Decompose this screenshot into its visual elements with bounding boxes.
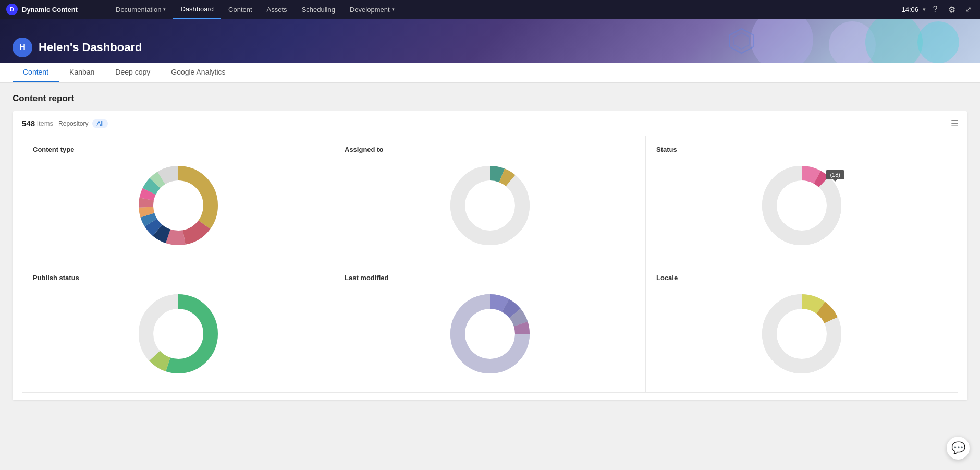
nav-item-dashboard[interactable]: Dashboard bbox=[173, 0, 221, 19]
time-chevron-icon: ▾ bbox=[923, 6, 926, 13]
nav-item-development[interactable]: Development ▾ bbox=[342, 0, 402, 19]
page-title: Helen's Dashboard bbox=[39, 41, 142, 54]
report-card: 548 items Repository All ☰ Content type bbox=[13, 111, 967, 400]
chart-title: Assigned to bbox=[345, 146, 383, 153]
item-count-label: items bbox=[37, 119, 53, 127]
report-header: 548 items Repository All ☰ bbox=[22, 118, 958, 128]
charts-grid: Content type bbox=[22, 136, 958, 393]
svg-point-42 bbox=[778, 310, 826, 358]
filter-icon[interactable]: ☰ bbox=[951, 118, 958, 128]
chart-last-modified: Last modified bbox=[334, 264, 646, 392]
expand-icon[interactable]: ⤢ bbox=[961, 2, 976, 17]
chart-title: Locale bbox=[656, 274, 678, 282]
tab-deep-copy[interactable]: Deep copy bbox=[105, 63, 161, 82]
nav-right: 14:06 ▾ ? ⚙ ⤢ bbox=[901, 2, 976, 17]
item-count: 548 bbox=[22, 119, 35, 128]
chevron-down-icon: ▾ bbox=[163, 7, 166, 12]
svg-point-20 bbox=[466, 182, 514, 230]
top-nav: D Dynamic Content Documentation ▾ Dashbo… bbox=[0, 0, 980, 19]
chart-locale: Locale bbox=[646, 264, 958, 392]
chart-publish-status: Publish status bbox=[22, 264, 334, 392]
all-badge[interactable]: All bbox=[92, 119, 107, 128]
hero-banner: H Helen's Dashboard bbox=[0, 19, 980, 63]
status-tooltip: (18) bbox=[826, 170, 844, 179]
svg-point-30 bbox=[154, 310, 202, 358]
nav-item-documentation[interactable]: Documentation ▾ bbox=[108, 0, 173, 19]
tab-kanban[interactable]: Kanban bbox=[59, 63, 105, 82]
chart-title: Status bbox=[656, 146, 677, 153]
repo-label: Repository bbox=[58, 120, 88, 127]
svg-marker-1 bbox=[734, 33, 749, 49]
clock-time: 14:06 bbox=[901, 6, 918, 14]
settings-icon[interactable]: ⚙ bbox=[945, 2, 959, 17]
avatar: H bbox=[13, 38, 32, 57]
main-content: Content report 548 items Repository All … bbox=[0, 83, 980, 411]
nav-item-scheduling[interactable]: Scheduling bbox=[295, 0, 342, 19]
svg-marker-0 bbox=[730, 29, 753, 53]
donut-assigned-to bbox=[443, 159, 537, 255]
donut-last-modified bbox=[443, 287, 537, 383]
chevron-down-icon-dev: ▾ bbox=[392, 7, 395, 12]
chart-assigned-to: Assigned to bbox=[334, 136, 646, 264]
chart-title: Last modified bbox=[345, 274, 389, 282]
brand-label: Dynamic Content bbox=[22, 6, 78, 14]
tab-google-analytics[interactable]: Google Analytics bbox=[161, 63, 236, 82]
chart-status: Status (18) bbox=[646, 136, 958, 264]
brand[interactable]: D Dynamic Content bbox=[4, 4, 108, 15]
donut-locale bbox=[755, 287, 849, 383]
svg-point-15 bbox=[154, 182, 202, 230]
tab-content[interactable]: Content bbox=[13, 63, 59, 82]
donut-status: (18) bbox=[755, 159, 849, 255]
nav-item-assets[interactable]: Assets bbox=[260, 0, 295, 19]
donut-content-type bbox=[131, 159, 225, 255]
donut-publish-status bbox=[131, 287, 225, 383]
help-icon[interactable]: ? bbox=[928, 2, 942, 17]
nav-item-content[interactable]: Content bbox=[221, 0, 260, 19]
chart-content-type: Content type bbox=[22, 136, 334, 264]
chart-title: Publish status bbox=[33, 274, 79, 282]
svg-point-25 bbox=[778, 182, 826, 230]
brand-icon: D bbox=[6, 4, 18, 15]
hero-content: H Helen's Dashboard bbox=[13, 38, 142, 57]
report-title: Content report bbox=[13, 93, 967, 104]
dashboard-tabs: Content Kanban Deep copy Google Analytic… bbox=[0, 63, 980, 83]
svg-point-37 bbox=[466, 310, 514, 358]
hex-decoration bbox=[727, 27, 756, 55]
chart-title: Content type bbox=[33, 146, 74, 153]
